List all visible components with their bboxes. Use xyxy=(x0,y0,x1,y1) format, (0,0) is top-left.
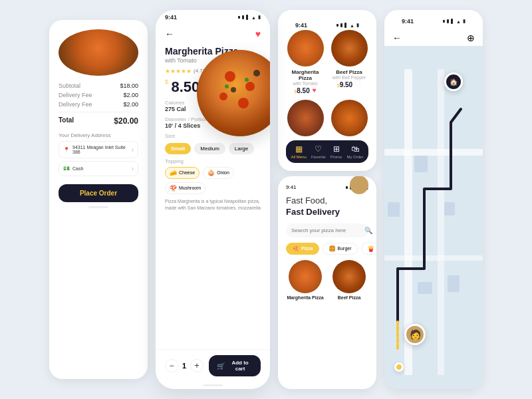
menu-pizza-grid: Margherita Pizza with Tomato $8.50 ♥ Bee… xyxy=(286,30,368,94)
search-bar[interactable]: 🔍 xyxy=(286,223,368,237)
all-menu-label: All Menu xyxy=(291,155,307,159)
subtotal-row: Subtotal $18.00 xyxy=(59,82,138,89)
origin-dot xyxy=(394,362,404,372)
beef-sub: with Bell Pepper xyxy=(330,75,368,80)
beef-price: $9.50 xyxy=(337,81,352,88)
beef-image xyxy=(331,30,368,66)
signal-2 xyxy=(242,15,244,19)
menu-item-margherita[interactable]: Margherita Pizza with Tomato $8.50 ♥ xyxy=(286,30,325,94)
pizza-cat-label: Pizza xyxy=(301,246,313,251)
map-column: 9:41 ▲ ▮ ← ⊕ xyxy=(384,10,483,389)
cart-row: − 1 + 🛒 Add to cart xyxy=(156,349,270,382)
margherita-name: Margherita Pizza xyxy=(286,69,325,81)
delivery-avatar: 🧑 xyxy=(404,324,426,345)
svg-point-3 xyxy=(238,98,249,108)
map-time: 9:41 xyxy=(402,18,414,25)
margherita-price: $8.50 xyxy=(294,87,309,94)
total-row: Total $20.00 xyxy=(59,112,138,126)
map-content: 🏠 🧑 xyxy=(384,46,483,389)
stars: ★★★★★ xyxy=(165,68,192,74)
total-label: Total xyxy=(59,116,74,126)
quantity-display: 1 xyxy=(182,362,186,370)
ff-time: 9:41 xyxy=(286,184,297,190)
map-background: 🏠 🧑 xyxy=(384,46,483,389)
total-value: $20.00 xyxy=(114,116,138,126)
ff-item-margherita[interactable]: Margherita Pizza xyxy=(286,260,325,300)
svg-point-6 xyxy=(245,78,249,82)
burger-emoji: 🍔 xyxy=(329,245,336,252)
beef-heart-icon[interactable]: ♡ xyxy=(355,80,361,88)
category-burger[interactable]: 🍔 Burger xyxy=(323,243,358,255)
order-pizza-image xyxy=(59,29,138,76)
detail-time: 9:41 xyxy=(165,14,177,21)
margherita-image xyxy=(287,30,324,66)
svg-point-5 xyxy=(231,87,236,92)
onion-label: Onion xyxy=(217,170,229,175)
detail-pizza-image xyxy=(197,50,270,136)
ff-beef-image xyxy=(332,260,366,293)
delivery-fee2-label: Delivery Fee xyxy=(59,101,92,108)
user-avatar xyxy=(350,176,368,194)
svg-point-2 xyxy=(219,92,227,100)
map-card: 9:41 ▲ ▮ ← ⊕ xyxy=(384,10,483,389)
subtotal-label: Subtotal xyxy=(59,82,80,89)
ff-item-beef[interactable]: Beef Pizza xyxy=(330,260,368,300)
nav-all-menu[interactable]: ▦ All Menu xyxy=(291,144,307,159)
delivery-fee2-row: Delivery Fee $2.00 xyxy=(59,101,138,108)
topping-onion[interactable]: 🧅 Onion xyxy=(203,167,234,179)
payment-item[interactable]: 💵 Cash › xyxy=(59,161,138,176)
quantity-control: − 1 + xyxy=(165,359,203,372)
topping-selector: 🧀 Cheese 🧅 Onion 🍄 Mushroom xyxy=(165,167,261,194)
menu-item-veggie[interactable] xyxy=(330,100,368,139)
locate-icon[interactable]: ⊕ xyxy=(467,33,475,43)
pizza-detail-card: 9:41 ▲ ▮ ← ♥ xyxy=(156,10,270,389)
payment-value: Cash xyxy=(72,166,83,171)
size-large-button[interactable]: Large xyxy=(229,143,254,154)
order-summary-column: Subtotal $18.00 Delivery Fee $2.00 Deliv… xyxy=(49,20,148,379)
delivery-address-label: Your Delivery Address xyxy=(59,132,138,138)
beef-name: Beef Pizza xyxy=(330,69,368,75)
category-snack[interactable]: 🍟 Snack xyxy=(361,243,376,255)
mushroom-emoji: 🍄 xyxy=(170,185,177,192)
delivery-fee-label: Delivery Fee xyxy=(59,92,92,98)
burger-cat-label: Burger xyxy=(338,246,352,251)
svg-point-0 xyxy=(225,71,235,82)
my-order-icon: 🛍 xyxy=(351,144,359,154)
size-small-button[interactable]: Small xyxy=(165,143,191,154)
address-item[interactable]: 📍 94311 Meagan Inlet Suite 386 › xyxy=(59,141,138,158)
svg-rect-17 xyxy=(448,275,460,292)
quantity-increase-button[interactable]: + xyxy=(190,359,203,372)
add-to-cart-button[interactable]: 🛒 Add to cart xyxy=(209,355,261,376)
category-pizza[interactable]: 🍕 Pizza xyxy=(286,243,319,255)
quantity-decrease-button[interactable]: − xyxy=(165,359,178,372)
fast-food-card: 9:41 ▲ ▮ Fast Food, Fast Delivery 🔍 xyxy=(278,176,376,389)
nav-promo[interactable]: ⊞ Promo xyxy=(331,144,342,159)
nav-my-order[interactable]: 🛍 My Order xyxy=(346,144,363,159)
favorite-nav-icon: ♡ xyxy=(315,144,322,154)
menu-time: 9:41 xyxy=(295,22,307,29)
place-order-button[interactable]: Place Order xyxy=(59,184,138,202)
wifi-icon: ▲ xyxy=(251,15,256,20)
menu-status-bar: 9:41 ▲ ▮ xyxy=(286,18,368,30)
pizza-detail-column: 9:41 ▲ ▮ ← ♥ xyxy=(156,10,270,389)
size-medium-button[interactable]: Medium xyxy=(194,143,225,154)
nav-favorite[interactable]: ♡ Favorite xyxy=(311,144,326,159)
menu-column: 9:41 ▲ ▮ Margherita Pizza with Tomato $8… xyxy=(278,10,376,389)
map-svg xyxy=(384,46,483,389)
cheese-emoji: 🧀 xyxy=(170,170,177,176)
size-selector: Small Medium Large xyxy=(165,143,261,154)
topping-mushroom[interactable]: 🍄 Mushroom xyxy=(165,182,205,194)
search-input[interactable] xyxy=(291,227,361,233)
subtotal-value: $18.00 xyxy=(120,82,138,89)
favorite-icon[interactable]: ♥ xyxy=(255,29,261,39)
topping-cheese[interactable]: 🧀 Cheese xyxy=(165,167,200,179)
svg-point-1 xyxy=(245,82,255,91)
menu-item-beef[interactable]: Beef Pizza with Bell Pepper $9.50 ♡ xyxy=(330,30,368,94)
menu-item-spicy[interactable] xyxy=(286,100,325,139)
map-back-icon[interactable]: ← xyxy=(392,33,402,43)
margherita-heart-icon[interactable]: ♥ xyxy=(313,86,317,94)
back-arrow-icon[interactable]: ← xyxy=(165,29,174,39)
home-indicator xyxy=(88,206,108,208)
svg-rect-8 xyxy=(384,69,483,375)
battery-icon: ▮ xyxy=(258,15,261,20)
